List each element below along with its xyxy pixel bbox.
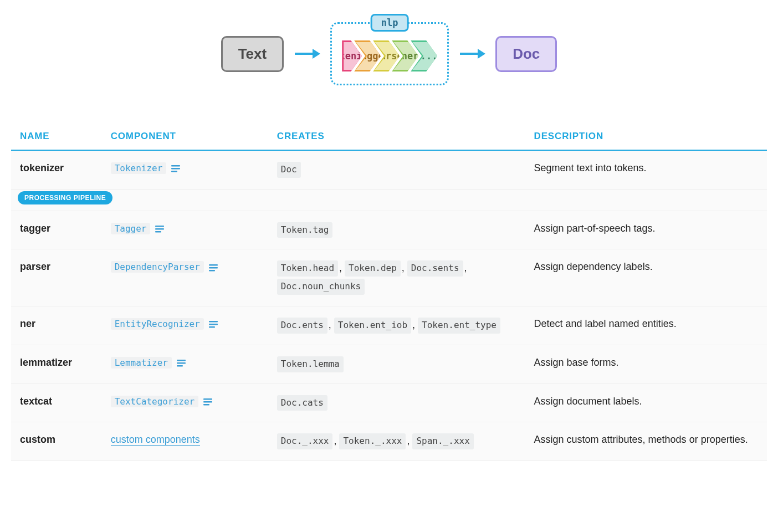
cell-description: Segment text into tokens. (525, 150, 767, 189)
cell-description: Assign base forms. (525, 345, 767, 383)
cell-component: TextCategorizer (102, 383, 268, 422)
doc-icon[interactable] (176, 359, 186, 367)
svg-rect-13 (209, 321, 218, 323)
svg-rect-14 (209, 324, 218, 325)
cell-name: textcat (11, 383, 102, 422)
cell-component: Tagger (102, 211, 268, 249)
cell-component: EntityRecognizer (102, 306, 268, 345)
cell-name: tagger (11, 211, 102, 249)
component-link[interactable]: Lemmatizer (111, 357, 172, 369)
arrow-icon (294, 47, 320, 60)
cell-description: Assign custom attributes, methods or pro… (525, 422, 767, 461)
arrow-icon (459, 47, 485, 60)
code-chip: Doc.noun_chunks (277, 279, 365, 295)
component-link[interactable]: custom components (111, 434, 200, 446)
svg-marker-1 (313, 49, 320, 59)
svg-rect-15 (209, 326, 215, 328)
component-link[interactable]: TextCategorizer (111, 396, 199, 407)
svg-rect-5 (171, 168, 180, 170)
header-description: DESCRIPTION (525, 124, 767, 150)
cell-creates: Token.tag (268, 211, 525, 249)
cell-creates: Doc.cats (268, 383, 525, 422)
svg-rect-18 (177, 365, 183, 367)
svg-rect-20 (203, 401, 212, 403)
svg-marker-3 (478, 49, 485, 59)
table-row: lemmatizerLemmatizerToken.lemmaAssign ba… (11, 345, 767, 383)
cell-component: DependencyParser (102, 249, 268, 306)
pipeline-stages: tokenizer tagger parser ner ... (342, 40, 437, 71)
svg-rect-17 (177, 362, 186, 364)
cell-name: tokenizer (11, 150, 102, 189)
code-chip: Token.ent_iob (334, 318, 411, 334)
table-row: parserDependencyParserToken.head, Token.… (11, 249, 767, 306)
cell-name: ner (11, 306, 102, 345)
table-row: taggerTaggerToken.tagAssign part-of-spee… (11, 211, 767, 249)
svg-rect-4 (171, 165, 180, 167)
svg-rect-19 (203, 398, 212, 400)
code-chip: Doc.ents (277, 318, 327, 334)
svg-rect-7 (155, 226, 164, 227)
input-box: Text (221, 36, 284, 72)
cell-description: Detect and label named entities. (525, 306, 767, 345)
doc-icon[interactable] (208, 320, 218, 329)
cell-description: Assign part-of-speech tags. (525, 211, 767, 249)
svg-rect-11 (209, 267, 218, 269)
cell-creates: Doc._.xxx, Token._.xxx, Span._.xxx (268, 422, 525, 461)
table-row: nerEntityRecognizerDoc.ents, Token.ent_i… (11, 306, 767, 345)
code-chip: Token.head (277, 260, 338, 277)
component-link[interactable]: Tagger (111, 223, 151, 234)
code-chip: Token.ent_type (418, 318, 500, 334)
cell-creates: Token.lemma (268, 345, 525, 383)
code-chip: Span._.xxx (412, 433, 473, 449)
components-table: NAME COMPONENT CREATES DESCRIPTION token… (11, 124, 767, 461)
code-chip: Token.lemma (277, 356, 344, 372)
svg-rect-12 (209, 270, 215, 272)
doc-icon[interactable] (208, 263, 218, 272)
svg-rect-9 (155, 231, 161, 233)
cell-component: Lemmatizer (102, 345, 268, 383)
doc-icon[interactable] (171, 164, 181, 173)
cell-description: Assign document labels. (525, 383, 767, 422)
doc-icon[interactable] (155, 224, 165, 233)
table-row: tokenizerTokenizerDocSegment text into t… (11, 150, 767, 189)
code-chip: Token.tag (277, 222, 333, 238)
code-chip: Token.dep (345, 260, 401, 277)
nlp-label: nlp (371, 14, 409, 32)
cell-creates: Token.head, Token.dep, Doc.sents, Doc.no… (268, 249, 525, 306)
code-chip: Doc.sents (407, 260, 463, 277)
cell-name: parser (11, 249, 102, 306)
cell-component: Tokenizer (102, 150, 268, 189)
cell-name: custom (11, 422, 102, 461)
svg-rect-21 (203, 404, 209, 406)
header-name: NAME (11, 124, 102, 150)
svg-rect-10 (209, 264, 218, 266)
cell-creates: Doc.ents, Token.ent_iob, Token.ent_type (268, 306, 525, 345)
cell-description: Assign dependency labels. (525, 249, 767, 306)
svg-rect-8 (155, 228, 164, 230)
component-link[interactable]: DependencyParser (111, 261, 204, 273)
code-chip: Doc (277, 162, 301, 178)
cell-creates: Doc (268, 150, 525, 189)
cell-component: custom components (102, 422, 268, 461)
header-creates: CREATES (268, 124, 525, 150)
svg-rect-6 (171, 171, 177, 172)
nlp-container: nlp tokenizer tagger parser ner ... (330, 22, 449, 85)
output-box: Doc (495, 36, 557, 72)
component-link[interactable]: Tokenizer (111, 162, 167, 174)
section-row: PROCESSING PIPELINE (11, 189, 767, 211)
svg-rect-16 (177, 360, 186, 361)
header-component: COMPONENT (102, 124, 268, 150)
doc-icon[interactable] (203, 397, 213, 406)
pipeline-diagram: Text nlp tokenizer tagger parser ner ...… (11, 22, 767, 85)
section-badge: PROCESSING PIPELINE (18, 191, 112, 205)
table-row: textcatTextCategorizerDoc.catsAssign doc… (11, 383, 767, 422)
code-chip: Doc.cats (277, 395, 327, 411)
cell-name: lemmatizer (11, 345, 102, 383)
component-link[interactable]: EntityRecognizer (111, 318, 204, 330)
table-row: customcustom componentsDoc._.xxx, Token.… (11, 422, 767, 461)
code-chip: Doc._.xxx (277, 433, 333, 449)
code-chip: Token._.xxx (339, 433, 406, 449)
